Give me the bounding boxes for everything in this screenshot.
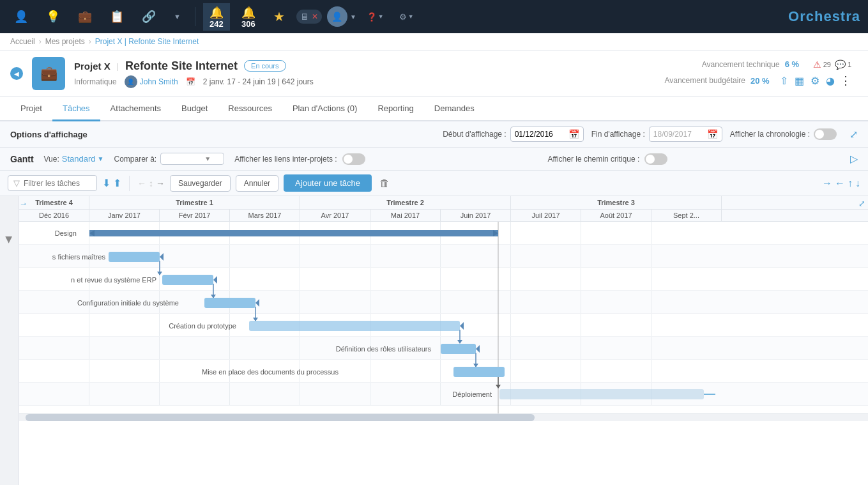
month-aug2017: Août 2017 [581,210,651,221]
gantt-right-arrow[interactable]: ▷ [850,153,858,165]
tab-taches[interactable]: Tâches [52,97,100,121]
delete-icon[interactable]: 🗑 [377,175,392,192]
screen-icon: 🖥 [300,12,309,22]
debut-calendar-icon[interactable]: 📅 [568,129,579,139]
move-left-icon[interactable]: ← [835,178,845,189]
tabs-bar: Projet Tâches Attachements Budget Ressou… [0,97,868,121]
gantt-header: Trimestre 4 Trimestre 1 Trimestre 2 Trim… [19,196,868,222]
chat-icon-wrap[interactable]: 💬 1 [835,59,851,70]
project-action-icons: ⇧ ▦ ⚙ ◕ ⋮ [779,73,851,88]
tab-plan-actions[interactable]: Plan d'Actions (0) [282,97,367,121]
tab-ressources[interactable]: Ressources [218,97,282,121]
gantt-label: Gantt [10,154,34,164]
nav-icon-idcard[interactable]: 📋 [103,6,130,27]
vue-label: Vue: [44,155,59,164]
move-right-icon[interactable]: → [822,178,832,189]
redo-back-icon[interactable]: ↕ [149,178,153,189]
project-info: Projet X | Refonte Site Internet En cour… [74,59,653,88]
alert-icon-wrap[interactable]: ⚠ 29 [813,59,831,70]
move-up-icon[interactable]: ↑ [848,178,853,189]
share-icon[interactable]: ⇧ [779,73,789,88]
compare-label: Comparer à: [114,155,156,164]
debut-label: Début d'affichage : [443,130,506,139]
nav-icon-lightbulb[interactable]: 💡 [40,6,66,27]
ajouter-tache-button[interactable]: Ajouter une tâche [284,174,372,192]
gantt-wrapper: → ⤢ ▶ Trimestre 4 Trimestre 1 Trimestre … [0,196,868,485]
gantt-row-8 [19,383,868,406]
task-toolbar: ▽ ⬇ ⬆ ← ↕ → Sauvegarder Annuler Ajouter … [0,171,868,196]
month-jul2017: Juil 2017 [511,210,581,221]
calendar-icon: 📅 [186,77,195,86]
sauvegarder-button[interactable]: Sauvegarder [170,175,231,192]
gantt-row-5 [19,314,868,337]
owner-wrap: 👤 John Smith [125,75,178,88]
vue-select[interactable]: Standard ▼ [62,154,104,164]
nav-icon-network[interactable]: 🔗 [135,6,162,27]
notification-badge-2[interactable]: 🔔 306 [235,3,262,31]
project-dates: 2 janv. 17 - 24 juin 19 | 642 jours [203,77,314,86]
sidebar-toggle[interactable]: ◀ [10,67,23,80]
mode-toggle[interactable]: 🖥 ✕ [296,10,322,24]
tab-reporting[interactable]: Reporting [367,97,423,121]
month-apr2017: Avr 2017 [300,210,370,221]
fin-date-input[interactable]: 📅 [649,127,722,142]
settings2-icon[interactable]: ⚙ [809,73,821,88]
vue-caret-icon: ▼ [98,155,104,162]
fin-input[interactable] [653,130,704,139]
gear-icon: ⚙ [399,12,407,22]
redo-icon[interactable]: → [156,178,165,189]
notification-badge-1[interactable]: 🔔 242 [203,3,230,31]
breadcrumb-mes-projets[interactable]: Mes projets [45,37,85,46]
tab-demandes[interactable]: Demandes [424,97,485,121]
stat-icons-technique: ⚠ 29 💬 1 [813,59,851,70]
gantt-left-panel: ▶ [0,196,19,485]
quarter-row: Trimestre 4 Trimestre 1 Trimestre 2 Trim… [19,196,868,210]
tab-budget[interactable]: Budget [171,97,218,121]
stat-row-budgetaire: Avancement budgétaire 20 % ⇧ ▦ ⚙ ◕ ⋮ [662,73,851,88]
fullscreen-icon[interactable]: ⤢ [849,128,858,141]
gantt-expand-right[interactable]: ⤢ [858,199,865,208]
project-stats: Avancement technique 6 % ⚠ 29 💬 1 Avance… [662,59,851,88]
gantt-expand-left[interactable]: → [19,199,27,208]
move-down-icon[interactable]: ↓ [855,178,860,189]
nav-icon-briefcase[interactable]: 💼 [72,6,98,27]
annuler-button[interactable]: Annuler [236,175,278,192]
gantt-left-arrow[interactable]: ▶ [4,236,15,243]
gantt-scrollbar-thumb[interactable] [26,414,535,421]
inter-projets-toggle[interactable] [342,153,365,165]
pie-chart-icon[interactable]: ◕ [825,73,836,88]
gantt-row-7 [19,360,868,383]
more-icon[interactable]: ⋮ [840,73,851,88]
compare-wrap: Comparer à: ▼ [114,153,224,165]
tab-projet[interactable]: Projet [10,97,52,121]
nav-icon-person[interactable]: 👤 [8,6,34,27]
critique-toggle[interactable] [644,153,667,165]
nav-icon-dropdown[interactable]: ▼ [167,9,187,24]
quarter-4: Trimestre 4 [19,196,89,209]
sort-up-icon[interactable]: ⬆ [113,177,121,189]
fin-calendar-icon[interactable]: 📅 [707,129,718,139]
breadcrumb-accueil[interactable]: Accueil [10,37,35,46]
compare-select[interactable]: ▼ [160,153,224,165]
avatar: 👤 [327,6,347,27]
gantt-row-4 [19,291,868,314]
bell-icon-1: 🔔 [209,6,224,20]
stat-row-technique: Avancement technique 6 % ⚠ 29 💬 1 [697,59,851,70]
debut-date-input[interactable]: 📅 [510,127,584,142]
help-button[interactable]: ❓ ▼ [362,10,389,24]
table-icon[interactable]: ▦ [793,73,805,88]
debut-input[interactable] [515,130,566,139]
undo-icon[interactable]: ← [137,178,146,189]
avancement-budgetaire-value: 20 % [750,76,773,86]
tab-attachements[interactable]: Attachements [100,97,172,121]
sort-down-icon[interactable]: ⬇ [102,177,110,189]
gantt-scrollbar[interactable] [19,413,868,421]
user-avatar-wrap[interactable]: 👤 ▼ [327,6,356,27]
filter-input[interactable] [24,179,88,188]
project-title-row: Projet X | Refonte Site Internet En cour… [74,59,653,73]
favorites-icon[interactable]: ★ [267,5,291,28]
project-owner[interactable]: John Smith [140,77,178,86]
sort-icons: ⬇ ⬆ [102,177,121,189]
chronologie-toggle[interactable] [814,128,837,140]
settings-button[interactable]: ⚙ ▼ [394,10,419,24]
